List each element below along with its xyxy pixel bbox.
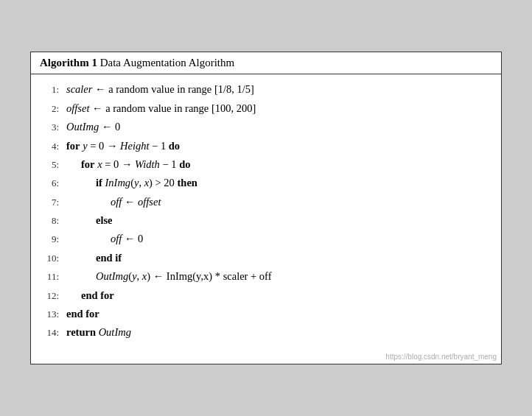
line-number: 14: — [40, 325, 59, 342]
line-number: 4: — [40, 138, 59, 155]
algorithm-line: 2:offset ← a random value in range [100,… — [40, 99, 492, 118]
line-content: return OutImg — [66, 323, 492, 342]
line-content: end for — [66, 305, 492, 323]
line-content: offset ← a random value in range [100, 2… — [66, 99, 492, 118]
algorithm-line: 12:end for — [40, 286, 492, 305]
line-number: 13: — [40, 306, 59, 323]
line-number: 10: — [40, 250, 59, 267]
line-number: 5: — [40, 157, 59, 174]
algorithm-box: Algorithm 1 Data Augmentation Algorithm … — [30, 52, 502, 364]
line-content: off ← offset — [66, 193, 492, 211]
algorithm-title: Data Augmentation Algorithm — [100, 57, 234, 68]
line-number: 8: — [40, 213, 59, 230]
algorithm-header: Algorithm 1 Data Augmentation Algorithm — [31, 52, 501, 74]
line-number: 9: — [40, 231, 59, 248]
algorithm-line: 4:for y = 0 → Height − 1 do — [40, 137, 492, 155]
line-number: 6: — [40, 175, 59, 192]
line-content: else — [66, 211, 492, 230]
algorithm-line: 7:off ← offset — [40, 193, 492, 211]
algorithm-number: Algorithm 1 — [40, 57, 97, 68]
line-content: off ← 0 — [66, 230, 492, 248]
line-content: end if — [66, 249, 492, 267]
line-content: end for — [66, 286, 492, 305]
watermark: https://blog.csdn.net/bryant_meng — [31, 351, 501, 364]
algorithm-line: 1:scaler ← a random value in range [1/8,… — [40, 80, 492, 99]
algorithm-line: 14:return OutImg — [40, 323, 492, 342]
line-content: if InImg(y, x) > 20 then — [66, 174, 492, 192]
line-number: 7: — [40, 194, 59, 211]
algorithm-line: 6:if InImg(y, x) > 20 then — [40, 174, 492, 192]
line-number: 3: — [40, 119, 59, 136]
line-number: 12: — [40, 288, 59, 305]
algorithm-line: 13:end for — [40, 305, 492, 323]
algorithm-line: 11:OutImg(y, x) ← InImg(y,x) * scaler + … — [40, 267, 492, 286]
line-content: scaler ← a random value in range [1/8, 1… — [66, 80, 492, 99]
algorithm-body: 1:scaler ← a random value in range [1/8,… — [31, 74, 501, 350]
line-content: OutImg(y, x) ← InImg(y,x) * scaler + off — [66, 267, 492, 286]
algorithm-line: 10:end if — [40, 249, 492, 267]
line-number: 1: — [40, 82, 59, 99]
line-content: for x = 0 → Width − 1 do — [66, 155, 492, 174]
line-number: 11: — [40, 269, 59, 286]
line-number: 2: — [40, 101, 59, 118]
line-content: for y = 0 → Height − 1 do — [66, 137, 492, 155]
algorithm-line: 5:for x = 0 → Width − 1 do — [40, 155, 492, 174]
algorithm-line: 9:off ← 0 — [40, 230, 492, 248]
line-content: OutImg ← 0 — [66, 118, 492, 136]
algorithm-line: 8:else — [40, 211, 492, 230]
algorithm-line: 3:OutImg ← 0 — [40, 118, 492, 136]
